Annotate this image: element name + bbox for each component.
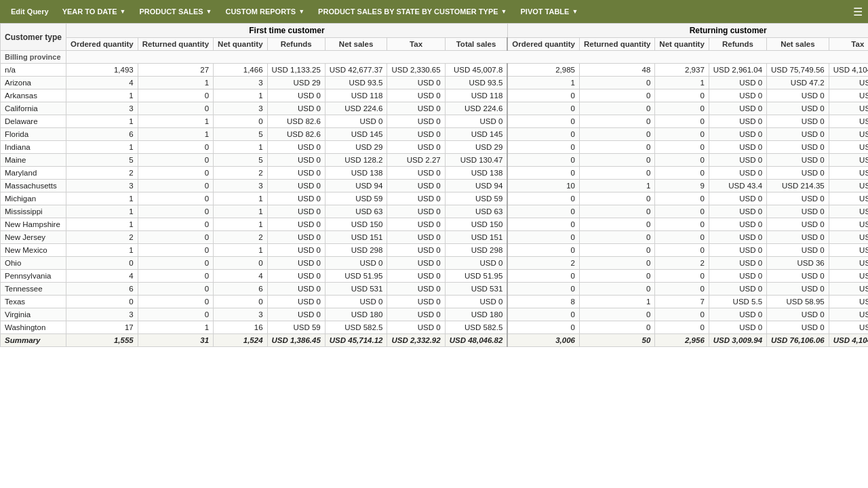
table-row: Massachusetts303USD 0USD 94USD 0USD 9410… [1,180,869,192]
col-ftc-ref: Refunds [267,38,325,51]
table-row: Delaware110USD 82.6USD 0USD 0USD 0000USD… [1,115,869,128]
table-row: Mississippi101USD 0USD 63USD 0USD 63000U… [1,205,869,218]
customer-type-header: Customer type [1,24,66,51]
table-row: Tennessee606USD 0USD 531USD 0USD 531000U… [1,283,869,296]
navbar: Edit Query YEAR TO DATE ▼ PRODUCT SALES … [0,0,868,23]
table-row: Washington17116USD 59USD 582.5USD 0USD 5… [1,321,869,334]
col-ftc-oq: Ordered quantity [66,38,138,51]
table-row: Arizona413USD 29USD 93.5USD 0USD 93.5101… [1,77,869,89]
col-ftc-rq: Returned quantity [138,38,213,51]
col-rc-rq: Returned quantity [579,38,654,51]
nav-product-sales[interactable]: PRODUCT SALES ▼ [134,5,217,18]
table-row: New Jersey202USD 0USD 151USD 0USD 151000… [1,231,869,244]
table-row: Virginia303USD 0USD 180USD 0USD 180000US… [1,308,869,321]
nav-year-to-date[interactable]: YEAR TO DATE ▼ [57,5,132,18]
table-foot: Summary1,555311,524USD 1,386.45USD 45,71… [1,334,869,347]
table-row: California303USD 0USD 224.6USD 0USD 224.… [1,102,869,115]
table-body: n/a1,493271,466USD 1,133.25USD 42,677.37… [1,64,869,334]
edit-query-button[interactable]: Edit Query [5,5,54,18]
nav-product-sales-state[interactable]: PRODUCT SALES BY STATE BY CUSTOMER TYPE … [313,5,512,18]
chevron-down-icon: ▼ [501,8,507,15]
table-row: Indiana101USD 0USD 29USD 0USD 29000USD 0… [1,141,869,154]
chevron-down-icon: ▼ [206,8,212,15]
col-ftc-nq: Net quantity [214,38,267,51]
table-row: Maine505USD 0USD 128.2USD 2.27USD 130.47… [1,154,869,167]
table-row: n/a1,493271,466USD 1,133.25USD 42,677.37… [1,64,869,77]
table-row: Pennsylvania404USD 0USD 51.95USD 0USD 51… [1,270,869,283]
table-row: New Hampshire101USD 0USD 150USD 0USD 150… [1,218,869,231]
col-ftc-ns: Net sales [325,38,387,51]
col-rc-ref: Refunds [709,38,766,51]
main-table: Customer type First time customer Return… [0,23,868,347]
rc-header: Returning customer [507,24,868,38]
hamburger-icon[interactable]: ☰ [853,5,863,18]
table-row: Arkansas101USD 0USD 118USD 0USD 118000US… [1,89,869,102]
nav-pivot-table[interactable]: PIVOT TABLE ▼ [515,5,584,18]
col-ftc-tax: Tax [387,38,445,51]
nav-custom-reports[interactable]: CUSTOM REPORTS ▼ [220,5,310,18]
col-rc-nq: Net quantity [655,38,709,51]
chevron-down-icon: ▼ [572,8,578,15]
chevron-down-icon: ▼ [298,8,304,15]
table-container: Customer type First time customer Return… [0,23,868,488]
table-row: Florida615USD 82.6USD 145USD 0USD 145000… [1,128,869,141]
summary-row: Summary1,555311,524USD 1,386.45USD 45,71… [1,334,869,347]
col-rc-ns: Net sales [767,38,829,51]
table-row: Maryland202USD 0USD 138USD 0USD 138000US… [1,167,869,180]
table-row: New Mexico101USD 0USD 298USD 0USD 298000… [1,244,869,257]
col-ftc-ts: Total sales [445,38,507,51]
col-rc-tax: Tax [829,38,868,51]
billing-province-subheader: Billing province [1,51,66,64]
table-row: Ohio000USD 0USD 0USD 0USD 0202USD 0USD 3… [1,257,869,270]
table-row: Michigan101USD 0USD 59USD 0USD 59000USD … [1,192,869,205]
chevron-down-icon: ▼ [120,8,126,15]
col-rc-oq: Ordered quantity [507,38,579,51]
ftc-header: First time customer [66,24,508,38]
table-row: Texas000USD 0USD 0USD 0USD 0817USD 5.5US… [1,296,869,308]
